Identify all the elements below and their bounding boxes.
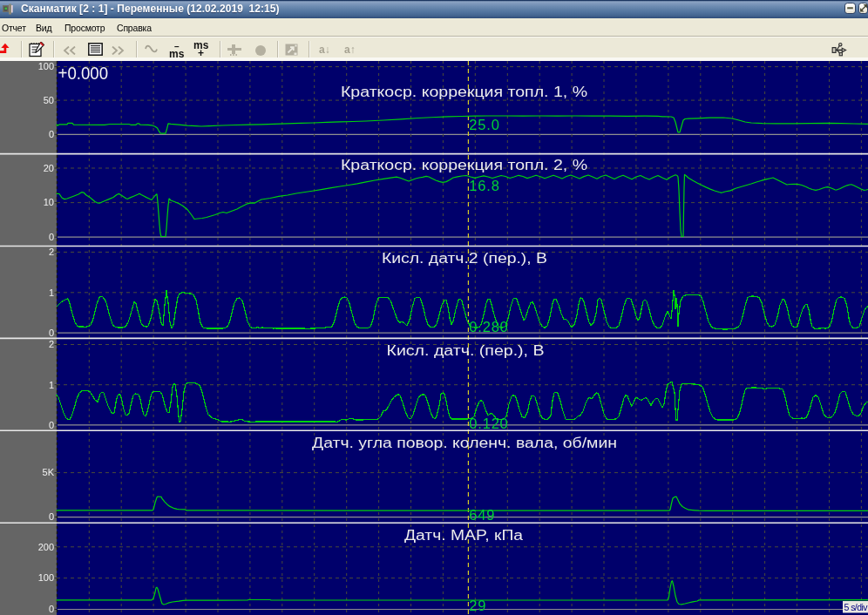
svg-text:Датч. MAP, кПа: Датч. MAP, кПа <box>404 528 523 543</box>
svg-text:0.120: 0.120 <box>469 416 508 431</box>
svg-text:0: 0 <box>49 420 54 430</box>
svg-text:100: 100 <box>38 61 54 71</box>
svg-text:1: 1 <box>49 380 54 390</box>
svg-text:0: 0 <box>49 511 54 522</box>
svg-text:50: 50 <box>44 95 54 105</box>
svg-text:2: 2 <box>49 247 54 257</box>
svg-text:100: 100 <box>38 572 54 583</box>
svg-text:2: 2 <box>49 339 54 349</box>
svg-text:0: 0 <box>49 129 54 139</box>
svg-text:5 s/div: 5 s/div <box>844 602 868 612</box>
svg-text:649: 649 <box>469 507 495 523</box>
svg-text:25.0: 25.0 <box>469 117 499 132</box>
svg-text:Краткоср. коррекция топл. 2, %: Краткоср. коррекция топл. 2, % <box>341 158 587 172</box>
svg-text:200: 200 <box>38 542 54 552</box>
svg-text:Кисл. датч. (пер.), В: Кисл. датч. (пер.), В <box>387 343 545 358</box>
svg-text:0: 0 <box>49 232 54 242</box>
svg-text:1: 1 <box>49 287 54 298</box>
svg-text:29: 29 <box>469 598 486 613</box>
svg-text:Датч. угла повор. коленч. вала: Датч. угла повор. коленч. вала, об/мин <box>312 436 617 450</box>
svg-text:0.280: 0.280 <box>469 319 508 335</box>
svg-text:10: 10 <box>44 197 54 207</box>
svg-text:0: 0 <box>49 328 54 338</box>
svg-text:16.8: 16.8 <box>469 178 499 193</box>
svg-text:+0.000: +0.000 <box>58 64 109 83</box>
svg-text:Краткоср. коррекция топл. 1, %: Краткоср. коррекция топл. 1, % <box>341 84 587 99</box>
svg-text:Кисл. датч.2 (пер.), В: Кисл. датч.2 (пер.), В <box>382 251 547 266</box>
svg-text:20: 20 <box>44 163 54 173</box>
svg-text:0: 0 <box>49 604 54 614</box>
svg-text:5K: 5K <box>43 467 55 477</box>
